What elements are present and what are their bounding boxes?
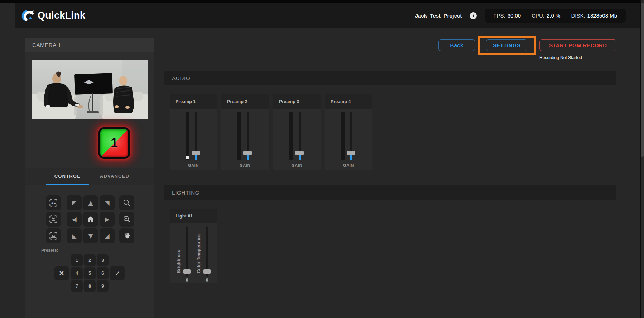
pan-up-right-button[interactable]: ◥ xyxy=(100,195,115,210)
preamp-name: Preamp 4 xyxy=(325,94,372,109)
page-scrollbar[interactable] xyxy=(640,0,644,318)
light-name: Light #1 xyxy=(170,209,217,223)
fps-stat: FPS: 30.00 xyxy=(493,13,521,19)
af-glyph: AF xyxy=(51,201,56,205)
audio-level-meter xyxy=(341,112,345,160)
recording-status: Recording Not Started xyxy=(539,55,582,60)
pan-left-button[interactable]: ◀ xyxy=(67,212,82,227)
preset-button-4[interactable]: 4 xyxy=(71,267,83,279)
preset-button-9[interactable]: 9 xyxy=(97,280,109,292)
start-pgm-record-button[interactable]: START PGM RECORD xyxy=(539,39,616,51)
brand-name: QuickLink xyxy=(38,10,85,21)
pan-down-button[interactable]: ▼ xyxy=(83,228,98,243)
pan-down-left-button[interactable]: ◣ xyxy=(67,228,82,243)
preamp-1-panel: Preamp 1 GAIN xyxy=(170,94,217,170)
pan-up-left-button[interactable]: ◤ xyxy=(67,195,82,210)
brightness-value: 0 xyxy=(183,278,191,283)
active-tab-underline xyxy=(46,184,89,185)
preset-button-6[interactable]: 6 xyxy=(97,267,109,279)
info-icon[interactable]: i xyxy=(470,12,477,19)
check-icon: ✓ xyxy=(115,269,120,278)
brightness-label: Brightness xyxy=(176,250,181,273)
preset-button-5[interactable]: 5 xyxy=(84,267,96,279)
preset-button-8[interactable]: 8 xyxy=(84,280,96,292)
gain-slider-fill xyxy=(195,155,197,160)
preset-button-7[interactable]: 7 xyxy=(71,280,83,292)
color-temperature-label: Color Temperature xyxy=(196,233,201,273)
quicklink-logo-icon xyxy=(21,8,36,23)
gain-slider-fill xyxy=(299,155,301,160)
preamp-3-panel: Preamp 3 GAIN xyxy=(273,94,321,170)
brand: QuickLink xyxy=(21,8,85,23)
audio-level-indicator xyxy=(186,156,189,159)
pan-right-button[interactable]: ▶ xyxy=(100,212,115,227)
gain-slider-handle[interactable] xyxy=(347,151,355,155)
preset-cancel-button[interactable]: × xyxy=(54,266,69,280)
focus-near-button[interactable] xyxy=(46,212,61,227)
presets-label: Presets: xyxy=(41,248,58,253)
scrollbar-thumb[interactable] xyxy=(641,3,644,157)
tally-number: 1 xyxy=(111,137,118,150)
camera-tabs: CONTROL ADVANCED xyxy=(25,168,154,185)
preamp-4-panel: Preamp 4 GAIN xyxy=(325,94,372,170)
macro-focus-icon xyxy=(49,215,58,224)
zoom-in-button[interactable] xyxy=(119,195,134,210)
manual-drag-button[interactable] xyxy=(119,228,134,243)
window-top-strip xyxy=(0,0,644,3)
audio-level-meter xyxy=(289,112,293,160)
brightness-slider-handle[interactable] xyxy=(183,269,191,274)
zoom-in-icon xyxy=(122,199,131,207)
project-name: Jack_Test_Project xyxy=(415,13,462,19)
hand-icon xyxy=(123,232,131,240)
focus-far-button[interactable] xyxy=(46,228,61,243)
topbar: QuickLink Jack_Test_Project i FPS: 30.00… xyxy=(15,3,641,28)
home-position-button[interactable] xyxy=(83,212,98,227)
gain-slider-fill xyxy=(247,155,249,160)
landscape-focus-icon xyxy=(49,231,58,240)
topbar-right: Jack_Test_Project i FPS: 30.00 CPU: 2.0 … xyxy=(415,3,626,28)
tab-advanced[interactable]: ADVANCED xyxy=(93,168,136,184)
preset-button-3[interactable]: 3 xyxy=(97,254,109,266)
pan-down-right-button[interactable]: ◢ xyxy=(100,228,115,243)
gain-slider-fill xyxy=(350,155,352,160)
camera-panel-title: CAMERA 1 xyxy=(25,38,154,52)
brightness-slider-track[interactable] xyxy=(186,226,188,277)
preset-button-1[interactable]: 1 xyxy=(71,254,83,266)
tab-control[interactable]: CONTROL xyxy=(46,168,89,184)
autofocus-button[interactable]: AF xyxy=(46,195,61,210)
color-temperature-value: 0 xyxy=(203,278,211,283)
gain-slider-handle[interactable] xyxy=(295,151,304,155)
light-1-panel: Light #1 Brightness 0 Color Temperature … xyxy=(170,209,217,283)
preamp-name: Preamp 1 xyxy=(170,94,217,109)
settings-button[interactable]: SETTINGS xyxy=(486,39,527,51)
zoom-out-icon xyxy=(122,215,131,224)
camera-panel: CAMERA 1 xyxy=(25,38,154,318)
lighting-section-header: LIGHTING xyxy=(164,185,616,200)
x-icon: × xyxy=(59,269,64,278)
gain-slider-handle[interactable] xyxy=(243,151,252,155)
audio-level-meter xyxy=(186,112,189,160)
system-stats: FPS: 30.00 CPU: 2.0 % DISK: 1828508 Mb xyxy=(485,9,626,23)
back-button[interactable]: Back xyxy=(438,39,475,51)
audio-level-meter xyxy=(237,112,241,160)
color-temperature-slider-handle[interactable] xyxy=(203,269,211,274)
camera-preview xyxy=(32,60,148,119)
home-icon xyxy=(87,215,95,223)
camera-tally-button[interactable]: 1 xyxy=(98,127,130,159)
pan-up-button[interactable]: ▲ xyxy=(83,195,98,210)
gain-label: GAIN xyxy=(221,163,269,167)
preset-button-2[interactable]: 2 xyxy=(84,254,96,266)
quicklink-app: QuickLink Jack_Test_Project i FPS: 30.00… xyxy=(0,0,644,318)
preset-confirm-button[interactable]: ✓ xyxy=(110,266,125,280)
audio-section-header: AUDIO xyxy=(164,71,616,85)
gain-label: GAIN xyxy=(325,163,372,167)
gain-slider-handle[interactable] xyxy=(192,151,200,155)
zoom-out-button[interactable] xyxy=(119,212,134,227)
preamp-name: Preamp 2 xyxy=(221,94,269,109)
preamp-2-panel: Preamp 2 GAIN xyxy=(221,94,269,170)
gain-label: GAIN xyxy=(170,163,217,167)
color-temperature-slider-track[interactable] xyxy=(206,226,208,277)
gain-label: GAIN xyxy=(273,163,321,167)
preamp-name: Preamp 3 xyxy=(273,94,321,109)
disk-stat: DISK: 1828508 Mb xyxy=(571,13,617,19)
